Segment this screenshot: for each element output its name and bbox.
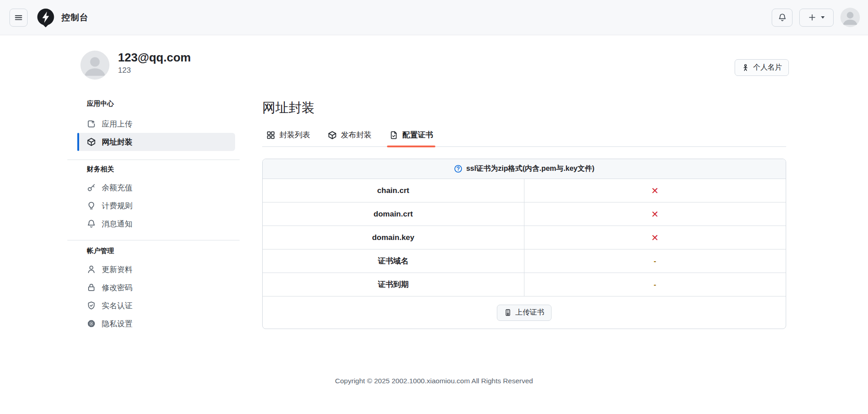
certificate-row: domain.crt✕ bbox=[263, 202, 786, 226]
user-avatar[interactable] bbox=[840, 8, 860, 27]
file-check-icon bbox=[389, 131, 398, 140]
sidebar-item-label: 实名认证 bbox=[102, 301, 132, 311]
hamburger-menu-button[interactable] bbox=[9, 9, 28, 27]
sidebar-item-label: 消息通知 bbox=[102, 219, 132, 229]
certificate-row: 证书域名- bbox=[263, 249, 786, 273]
missing-x-mark: ✕ bbox=[651, 233, 659, 242]
sidebar-item-key[interactable]: 余额充值 bbox=[77, 179, 235, 197]
bell-icon bbox=[778, 13, 787, 22]
missing-x-mark: ✕ bbox=[651, 186, 659, 195]
upload-certificate-button[interactable]: 上传证书 bbox=[497, 305, 552, 321]
create-new-dropdown-button[interactable] bbox=[799, 9, 834, 27]
empty-dash-mark: - bbox=[654, 281, 656, 288]
main-content: 网址封装 封装列表发布封装配置证书 ssl证书为zip格式(内含.pem与.ke… bbox=[262, 99, 786, 329]
profile-avatar bbox=[80, 51, 109, 80]
ssl-notice-bar: ssl证书为zip格式(内含.pem与.key文件) bbox=[263, 159, 786, 179]
upload-certificate-label: 上传证书 bbox=[515, 308, 544, 317]
certificate-row-label: 证书域名 bbox=[263, 249, 524, 273]
certificate-row: domain.key✕ bbox=[263, 226, 786, 249]
sidebar-divider bbox=[67, 160, 240, 160]
copyright-text: Copyright © 2025 2002.1000.xiaomiou.com … bbox=[0, 377, 868, 385]
certificate-row-value: ✕ bbox=[524, 202, 786, 226]
key-icon bbox=[87, 183, 96, 192]
certificate-panel-footer: 上传证书 bbox=[263, 296, 786, 329]
hamburger-icon bbox=[14, 14, 23, 22]
certificate-row-value: ✕ bbox=[524, 226, 786, 249]
certificate-row: chain.crt✕ bbox=[263, 179, 786, 202]
missing-x-mark: ✕ bbox=[651, 210, 659, 219]
certificate-row-label: 证书到期 bbox=[263, 273, 524, 296]
sidebar-item-label: 网址封装 bbox=[102, 137, 132, 147]
sidebar-item-label: 修改密码 bbox=[102, 282, 132, 293]
bell-icon bbox=[87, 219, 96, 228]
sidebar-item-package[interactable]: 网址封装 bbox=[77, 133, 235, 151]
package-icon bbox=[87, 137, 96, 146]
personal-card-button[interactable]: 个人名片 bbox=[735, 59, 789, 76]
sidebar-item-person[interactable]: 更新资料 bbox=[77, 260, 235, 278]
certificate-rows: chain.crt✕domain.crt✕domain.key✕证书域名-证书到… bbox=[263, 179, 786, 296]
sidebar-item-label: 更新资料 bbox=[102, 264, 132, 275]
tab-0[interactable]: 封装列表 bbox=[265, 123, 311, 146]
certificate-row-label: domain.crt bbox=[263, 202, 524, 226]
profile-header: 123@qq.com 123 bbox=[80, 51, 191, 80]
console-page: 控制台 123@qq.co bbox=[0, 0, 868, 414]
sidebar-item-lock[interactable]: 修改密码 bbox=[77, 278, 235, 296]
top-bar: 控制台 bbox=[0, 0, 868, 35]
certificate-row-label: chain.crt bbox=[263, 179, 524, 202]
certificate-row-value: - bbox=[524, 273, 786, 296]
gear-icon bbox=[87, 319, 96, 328]
certificate-row-value: ✕ bbox=[524, 179, 786, 202]
sidebar-item-upload[interactable]: 应用上传 bbox=[77, 115, 235, 133]
sidebar-item-label: 应用上传 bbox=[102, 119, 132, 129]
tab-2[interactable]: 配置证书 bbox=[388, 123, 434, 146]
tab-label: 发布封装 bbox=[341, 130, 372, 140]
ssl-notice-text: ssl证书为zip格式(内含.pem与.key文件) bbox=[466, 164, 594, 174]
app-title: 控制台 bbox=[61, 12, 89, 24]
brand-logo-lightning-pin-icon bbox=[36, 8, 56, 28]
caret-down-icon bbox=[821, 16, 825, 19]
lock-icon bbox=[87, 283, 96, 292]
tab-label: 封装列表 bbox=[279, 130, 310, 140]
certificate-panel: ssl证书为zip格式(内含.pem与.key文件) chain.crt✕dom… bbox=[262, 159, 786, 329]
shield-icon bbox=[87, 301, 96, 310]
empty-dash-mark: - bbox=[654, 258, 656, 265]
grid-icon bbox=[266, 131, 275, 140]
sidebar-section-label: 财务相关 bbox=[77, 165, 235, 179]
zip-file-icon bbox=[504, 309, 512, 316]
tab-1[interactable]: 发布封装 bbox=[327, 123, 373, 146]
notifications-button[interactable] bbox=[772, 9, 793, 27]
sidebar-nav: 应用中心应用上传网址封装财务相关余额充值计费规则消息通知帐户管理更新资料修改密码… bbox=[77, 100, 235, 333]
sidebar-section-label: 应用中心 bbox=[77, 100, 235, 115]
topbar-actions bbox=[772, 8, 860, 27]
package-icon bbox=[328, 131, 337, 140]
plus-icon bbox=[808, 14, 816, 21]
certificate-row: 证书到期- bbox=[263, 273, 786, 296]
certificate-row-label: domain.key bbox=[263, 226, 524, 249]
page-title: 网址封装 bbox=[262, 99, 786, 116]
bulb-icon bbox=[87, 201, 96, 210]
person-figure-icon bbox=[741, 64, 750, 72]
sidebar-item-shield[interactable]: 实名认证 bbox=[77, 296, 235, 315]
sidebar-section-label: 帐户管理 bbox=[77, 247, 235, 260]
sidebar-item-label: 隐私设置 bbox=[102, 319, 132, 329]
person-icon bbox=[87, 265, 96, 274]
upload-icon bbox=[87, 119, 96, 128]
profile-username: 123 bbox=[118, 66, 191, 75]
personal-card-label: 个人名片 bbox=[753, 63, 782, 72]
sidebar-item-bulb[interactable]: 计费规则 bbox=[77, 197, 235, 215]
certificate-row-value: - bbox=[524, 249, 786, 273]
tab-bar: 封装列表发布封装配置证书 bbox=[262, 123, 786, 147]
profile-email: 123@qq.com bbox=[118, 51, 191, 64]
sidebar-divider bbox=[67, 240, 240, 240]
tab-label: 配置证书 bbox=[402, 130, 433, 140]
sidebar-item-bell[interactable]: 消息通知 bbox=[77, 215, 235, 233]
question-circle-icon bbox=[454, 165, 462, 173]
sidebar-item-label: 余额充值 bbox=[102, 183, 132, 193]
sidebar-item-label: 计费规则 bbox=[102, 201, 132, 211]
sidebar-item-gear[interactable]: 隐私设置 bbox=[77, 315, 235, 333]
